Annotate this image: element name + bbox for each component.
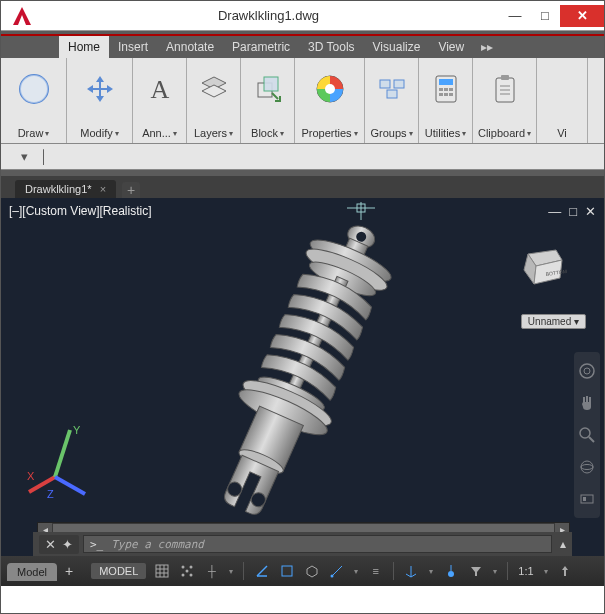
- new-tab-button[interactable]: +: [122, 182, 140, 198]
- polar-icon[interactable]: [254, 564, 269, 579]
- ribbon-clipboard[interactable]: Clipboard▾: [473, 58, 537, 143]
- doc-tab-close[interactable]: ×: [100, 183, 106, 195]
- ribbon-utilities[interactable]: Utilities▾: [419, 58, 473, 143]
- ribbon-draw[interactable]: Draw▾: [1, 58, 67, 143]
- svg-point-6: [325, 84, 335, 94]
- filter-icon[interactable]: [468, 564, 483, 579]
- doc-tab-label: Drawklkling1*: [25, 183, 92, 195]
- clipboard-icon: [484, 68, 526, 110]
- menu-home[interactable]: Home: [59, 36, 109, 58]
- nav-showmotion-icon[interactable]: [578, 490, 596, 508]
- viewcube[interactable]: BOTTOM: [518, 246, 568, 292]
- app-logo[interactable]: [7, 1, 37, 31]
- ribbon-layers[interactable]: Layers▾: [187, 58, 241, 143]
- svg-rect-14: [449, 88, 453, 91]
- svg-point-29: [581, 465, 593, 470]
- svg-line-65: [332, 566, 342, 576]
- nav-wheel-icon[interactable]: [578, 362, 596, 380]
- menu-3dtools[interactable]: 3D Tools: [299, 36, 363, 58]
- ribbon-vi-label: Vi: [557, 127, 567, 139]
- ribbon-groups-label: Groups: [370, 127, 406, 139]
- ribbon-properties-label: Properties: [301, 127, 351, 139]
- svg-rect-19: [501, 75, 509, 80]
- viewport[interactable]: [–][Custom View][Realistic] — □ ✕ BOTTOM…: [1, 198, 604, 556]
- svg-point-24: [580, 364, 594, 378]
- command-input[interactable]: >_ Type a command: [83, 535, 552, 553]
- grid-icon[interactable]: [154, 564, 169, 579]
- svg-rect-54: [156, 565, 168, 577]
- ortho-icon[interactable]: ┼: [204, 564, 219, 579]
- nav-zoom-icon[interactable]: [578, 426, 596, 444]
- dynamic-ucs-icon[interactable]: [404, 564, 419, 579]
- menubar: Home Insert Annotate Parametric 3D Tools…: [1, 36, 604, 58]
- osnap-icon[interactable]: [279, 564, 294, 579]
- lineweight-icon[interactable]: ≡: [368, 564, 383, 579]
- status-dropdown2[interactable]: ▾: [354, 567, 358, 576]
- model-tab[interactable]: Model: [7, 563, 57, 581]
- circle-icon: [13, 68, 55, 110]
- svg-point-25: [584, 368, 590, 374]
- ribbon-modify[interactable]: Modify▾: [67, 58, 133, 143]
- annotation-scale[interactable]: 1:1: [518, 565, 533, 577]
- command-bar: ✕ ✦ >_ Type a command ▴: [33, 532, 572, 556]
- annoscale-icon[interactable]: [558, 564, 573, 579]
- cmd-placeholder: Type a command: [111, 538, 204, 551]
- close-button[interactable]: ✕: [560, 5, 604, 27]
- vp-maximize-icon[interactable]: □: [569, 204, 577, 219]
- svg-rect-8: [394, 80, 404, 88]
- text-icon: A: [139, 68, 181, 110]
- menu-visualize[interactable]: Visualize: [364, 36, 430, 58]
- modelspace-button[interactable]: MODEL: [91, 563, 146, 579]
- status-dropdown5[interactable]: ▾: [544, 567, 548, 576]
- cmd-close-icon[interactable]: ✕: [45, 537, 56, 552]
- menu-overflow-icon[interactable]: ▸▸: [473, 36, 501, 58]
- svg-point-28: [581, 461, 593, 473]
- ribbon-properties[interactable]: Properties▾: [295, 58, 365, 143]
- snap-icon[interactable]: [179, 564, 194, 579]
- layers-icon: [193, 68, 235, 110]
- menu-view[interactable]: View: [429, 36, 473, 58]
- status-dropdown1[interactable]: ▾: [229, 567, 233, 576]
- ribbon-annotate[interactable]: A Ann...▾: [133, 58, 187, 143]
- qa-dropdown-icon[interactable]: ▾: [21, 149, 28, 164]
- ribbon: Draw▾ Modify▾ A Ann...▾ Layers▾ Block▾: [1, 58, 604, 144]
- svg-text:Z: Z: [47, 488, 54, 500]
- svg-text:X: X: [27, 470, 35, 482]
- vp-close-icon[interactable]: ✕: [585, 204, 596, 219]
- calc-icon: [425, 68, 467, 110]
- ribbon-block[interactable]: Block▾: [241, 58, 295, 143]
- svg-rect-4: [264, 77, 278, 91]
- svg-text:A: A: [150, 75, 169, 104]
- menu-insert[interactable]: Insert: [109, 36, 157, 58]
- menu-annotate[interactable]: Annotate: [157, 36, 223, 58]
- minimize-button[interactable]: —: [500, 5, 530, 27]
- view-unnamed-tag[interactable]: Unnamed ▾: [521, 314, 586, 329]
- ribbon-groups[interactable]: Groups▾: [365, 58, 419, 143]
- vp-minimize-icon[interactable]: —: [548, 204, 561, 219]
- titlebar: Drawklkling1.dwg — □ ✕: [1, 1, 604, 31]
- cmd-history-icon[interactable]: ▴: [556, 537, 566, 551]
- nav-orbit-icon[interactable]: [578, 458, 596, 476]
- document-tabs: Drawklkling1* × +: [1, 176, 604, 198]
- svg-rect-30: [581, 495, 593, 503]
- gizmo-icon[interactable]: [443, 564, 458, 579]
- doc-tab[interactable]: Drawklkling1* ×: [15, 180, 116, 198]
- move-icon: [79, 68, 121, 110]
- 3dosnap-icon[interactable]: [304, 564, 319, 579]
- svg-point-1: [20, 75, 48, 103]
- svg-line-36: [55, 477, 85, 494]
- menu-parametric[interactable]: Parametric: [223, 36, 299, 58]
- ucs-icon[interactable]: X Y Z: [25, 422, 105, 502]
- cmd-prompt: >_: [90, 538, 103, 551]
- cmd-config-icon[interactable]: ✦: [62, 537, 73, 552]
- ribbon-overflow[interactable]: Vi: [537, 58, 588, 143]
- status-dropdown4[interactable]: ▾: [493, 567, 497, 576]
- status-dropdown3[interactable]: ▾: [429, 567, 433, 576]
- nav-pan-icon[interactable]: [578, 394, 596, 412]
- layout-add-button[interactable]: +: [57, 563, 81, 579]
- window-buttons: — □ ✕: [500, 5, 604, 27]
- maximize-button[interactable]: □: [530, 5, 560, 27]
- otrack-icon[interactable]: [329, 564, 344, 579]
- status-toggles: ┼ ▾ ▾ ≡ ▾ ▾ 1:1 ▾: [146, 562, 580, 580]
- svg-rect-16: [444, 93, 448, 96]
